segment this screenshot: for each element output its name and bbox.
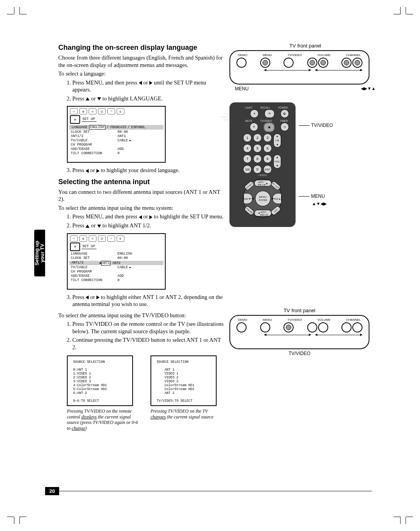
diag-exit-icon: EXIT [270, 205, 282, 216]
key-8-icon: 8 [253, 155, 262, 163]
key-4-icon: 4 [243, 144, 252, 153]
tv-step-2: Continue pressing the TV/VIDEO button to… [72, 336, 226, 351]
key-0-icon: 0 [253, 165, 262, 174]
heading-antenna: Selecting the antenna input [58, 178, 226, 186]
tv-step-1: Press TV/VIDEO on the remote control or … [72, 320, 226, 335]
osd-icon: ✿ [89, 108, 96, 114]
channel-down-icon [341, 58, 352, 68]
crop-mark [17, 7, 26, 16]
osd-icon: ◐ [117, 108, 124, 114]
osd-icon: ▤ [98, 108, 106, 114]
down-arrow-icon [97, 97, 101, 100]
osd-icon: ▭ [70, 108, 78, 114]
key-2-icon: 2 [253, 134, 262, 142]
srcbox-footer: TV/VIDEO:TO SELECT [157, 399, 212, 403]
main-column: Changing the on-screen display language … [58, 44, 226, 431]
right-arrow-icon [96, 169, 100, 173]
source-selection-tv: SOURCE SELECTION ANT 1 VIDEO 1 VIDEO 2 V… [150, 355, 217, 406]
diag-picsize-icon: PIC SIZE [270, 180, 282, 191]
demo-button-icon [236, 58, 247, 68]
osd-icon: ◉ [79, 236, 87, 242]
nav-pad: SOURCE PIC SIZE STROBE EXIT ADV/ PIP CH … [243, 179, 282, 218]
osd-title: SET UP [82, 117, 96, 122]
osd-row: ANT1/2ANT1 [68, 134, 165, 139]
volume-up-icon [318, 58, 328, 68]
key-5-icon: 5 [253, 144, 262, 153]
left-arrow-icon [139, 215, 142, 219]
osd-row: ADD/ERASEADD [68, 274, 165, 278]
key-6-icon: 6 [263, 144, 272, 153]
osd-icon: ◉ [79, 108, 87, 114]
osd-row: CLOCK SET00:00 [68, 256, 165, 260]
intro-language: Choose from three different languages (E… [58, 54, 226, 69]
up-arrow-icon [86, 97, 89, 100]
caption-tv: Pressing TV/VIDEO on the TV changes the … [150, 408, 222, 420]
key-100-icon: 100 [243, 165, 252, 174]
tab-line2: your TV [39, 244, 45, 262]
lead-antenna-tvvideo: To select the antenna input using the TV… [58, 312, 226, 319]
srcbox-title: SOURCE SELECTION [73, 360, 128, 364]
play-arrow-icon: ▶ [130, 139, 131, 143]
down-arrow-icon [97, 225, 101, 228]
tvvideo-remote-button-icon: ▣ [264, 123, 275, 132]
crop-mark [404, 7, 413, 16]
intro-antenna: You can connect to two different antenna… [58, 188, 226, 203]
diag-source-icon: SOURCE [244, 180, 255, 191]
diag-strobe-icon: STROBE [244, 205, 255, 216]
osd-antenna-menu: ▭ ◉ ✿ ▤ ⌗ ◐ ⚒ SET UP LANGUAGEENGLISH CLO… [67, 233, 166, 290]
footer-rule [59, 491, 372, 491]
nav-down-icon: ▼ ADV/ PIP CH [254, 210, 271, 216]
chapter-tab: Setting up your TV [34, 230, 45, 276]
heading-language: Changing the on-screen display language [58, 44, 226, 52]
step-3: Press or to highlight your desired langu… [72, 167, 226, 174]
nav-right-icon: ▶FAV▲ [272, 193, 282, 204]
page-number: 20 [45, 487, 59, 495]
tab-line1: Setting up [34, 241, 40, 266]
lead-language: To select a language: [58, 70, 226, 77]
callout-tvvideo: TV/VIDEO [311, 123, 333, 128]
fp-arrow-glyphs: ◀▶▼▲ [361, 86, 376, 91]
menu-button-icon [260, 58, 270, 68]
remote-figure: TV CABLE VCR LIGHT RECALL POWER ☀ ⟲ ⏻ [229, 102, 381, 235]
language-highlight-bar: LANGUAGE ENGLISH/ FRANCAIS/ ESPANOL [69, 125, 163, 130]
caption-remote: Pressing TV/VIDEO on the remote control … [67, 408, 139, 431]
channel-down-icon [341, 322, 352, 332]
osd-row: CLOCK SET00:00 [68, 130, 165, 134]
front-panel-title: TV front panel [229, 43, 381, 49]
osd-row: TV/CABLECABLE▶ [68, 266, 165, 270]
menu-button-icon [260, 322, 270, 332]
osd-row: ADD/ERASEADD [68, 147, 165, 151]
crop-mark [7, 7, 16, 16]
left-arrow-icon [139, 81, 142, 85]
osd-row: CH PROGRAM [68, 143, 165, 147]
setup-icon: ⚒ [70, 115, 80, 124]
osd-row: LANGUAGEENGLISH [68, 252, 165, 256]
remote-control: TV CABLE VCR LIGHT RECALL POWER ☀ ⟲ ⏻ [229, 102, 296, 227]
nav-left-icon: FAV▼◀ [243, 193, 253, 204]
up-arrow-icon [86, 225, 89, 228]
right-arrow-icon [149, 215, 152, 219]
osd-icon: ▤ [98, 236, 106, 242]
key-3-icon: 3 [263, 134, 272, 142]
ant-highlight-bar: ANT1/2 ◀ANT1 ANT2 [69, 261, 163, 265]
osd-icon: ⌗ [107, 236, 115, 242]
chrtn-label: CH RTN [233, 174, 292, 176]
crop-mark [7, 515, 16, 524]
right-arrow-icon [149, 81, 152, 85]
crop-mark [404, 515, 413, 524]
osd-icon: ✿ [89, 236, 96, 242]
key-9-icon: 9 [263, 155, 272, 163]
osd-language-menu: ▭ ◉ ✿ ▤ ⌗ ◐ ⚒ SET UP LANGUAGE ENGLISH/ F… [67, 106, 166, 163]
osd-row: TILT CORRECTION0 [68, 278, 165, 283]
crop-mark [394, 7, 403, 16]
tvvideo-button-icon [284, 58, 294, 68]
osd-row: TV/CABLECABLE▶ [68, 139, 165, 143]
keypad: 1 2 3 ▲CH▼ 4 5 6 7 8 9 ▲VOL▼ 100 0 ENT [233, 134, 292, 174]
lead-antenna-menu: To select the antenna input using the me… [58, 204, 226, 212]
power-button-icon: ⏻ [280, 109, 289, 118]
step-1: Press MENU, and then press or until the … [72, 79, 226, 93]
step-2: Press or to highlight LANGUAGE. [72, 95, 226, 102]
mute-button-icon: ✕ [250, 123, 258, 131]
page-footer: 20 [45, 487, 372, 495]
menu-enter-button-icon: MENU/ ENTER [255, 191, 271, 206]
